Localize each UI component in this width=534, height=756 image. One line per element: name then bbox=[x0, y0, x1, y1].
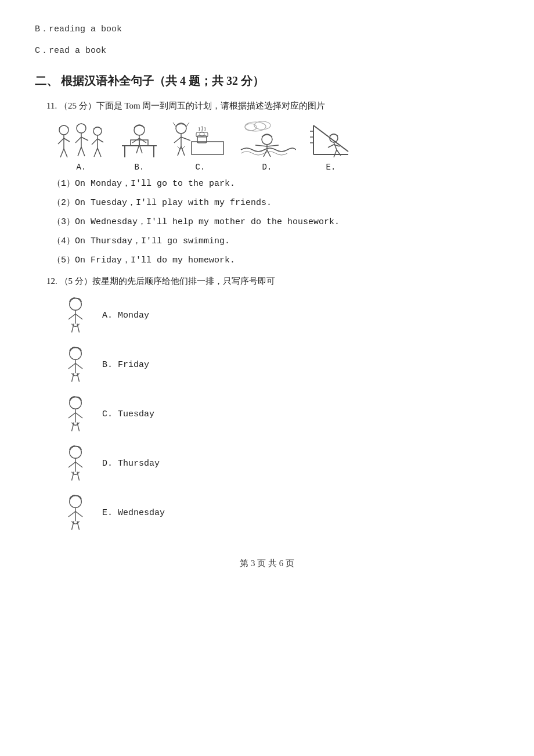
q12-item-d: D. Thursday bbox=[58, 442, 499, 485]
svg-point-74 bbox=[69, 397, 81, 409]
img-d-svg bbox=[238, 120, 296, 160]
svg-line-52 bbox=[313, 125, 348, 152]
q11-images-row: A. bbox=[46, 120, 499, 172]
person-b-svg bbox=[60, 345, 92, 386]
q12-label-c: C. Tuesday bbox=[102, 409, 154, 419]
svg-point-42 bbox=[254, 121, 270, 129]
svg-line-60 bbox=[334, 150, 337, 157]
img-d-label: D. bbox=[262, 163, 272, 172]
img-a-label: A. bbox=[77, 163, 86, 172]
svg-point-86 bbox=[69, 495, 81, 507]
svg-line-8 bbox=[75, 137, 81, 143]
svg-line-9 bbox=[81, 137, 88, 141]
q12-figure-a bbox=[58, 294, 93, 337]
svg-rect-29 bbox=[192, 142, 223, 154]
img-item-e: E. bbox=[302, 120, 360, 172]
person-d-svg bbox=[60, 444, 92, 484]
svg-line-35 bbox=[181, 137, 190, 141]
svg-line-57 bbox=[334, 142, 337, 150]
svg-line-26 bbox=[139, 138, 146, 143]
section2-title: 二、 根据汉语补全句子（共 4 题；共 32 分） bbox=[35, 73, 499, 89]
q11-sub1: （1）On Monday，I'll go to the park. bbox=[46, 178, 499, 189]
img-c-svg bbox=[168, 120, 232, 160]
q11-sub5: （5）On Friday，I'll do my homework. bbox=[46, 254, 499, 265]
img-e-label: E. bbox=[326, 163, 336, 172]
svg-line-77 bbox=[75, 412, 82, 417]
question-12: 12. （5 分）按星期的先后顺序给他们排一排，只写序号即可 bbox=[35, 276, 499, 535]
q11-sub2: （2）On Tuesday，I'll play with my friends. bbox=[46, 197, 499, 208]
svg-line-11 bbox=[81, 147, 85, 156]
img-c-label: C. bbox=[196, 163, 205, 172]
svg-line-46 bbox=[255, 145, 267, 146]
person-c-svg bbox=[60, 394, 92, 435]
img-b-label: B. bbox=[135, 163, 145, 172]
img-b-svg bbox=[116, 120, 163, 160]
img-item-b: B. bbox=[116, 120, 163, 172]
q12-items: A. Monday B. Friday bbox=[46, 294, 499, 535]
svg-line-34 bbox=[174, 137, 181, 143]
svg-line-17 bbox=[98, 148, 101, 157]
svg-line-70 bbox=[68, 363, 75, 368]
svg-point-80 bbox=[69, 446, 81, 458]
q11-sub4: （4）On Thursday，I'll go swimming. bbox=[46, 235, 499, 246]
q12-item-e: E. Wednesday bbox=[58, 491, 499, 535]
q12-figure-b bbox=[58, 343, 93, 387]
svg-line-47 bbox=[267, 145, 279, 146]
svg-line-3 bbox=[64, 138, 70, 142]
svg-point-12 bbox=[93, 127, 102, 135]
q12-header: 12. （5 分）按星期的先后顺序给他们排一排，只写序号即可 bbox=[46, 276, 499, 287]
q12-item-a: A. Monday bbox=[58, 294, 499, 337]
svg-line-83 bbox=[75, 462, 82, 467]
svg-line-25 bbox=[132, 138, 139, 143]
svg-line-49 bbox=[267, 150, 270, 157]
q12-item-c: C. Tuesday bbox=[58, 393, 499, 436]
option-b: B．reading a book bbox=[35, 23, 499, 34]
svg-line-10 bbox=[78, 147, 81, 156]
svg-line-71 bbox=[75, 363, 82, 368]
svg-line-88 bbox=[68, 511, 75, 516]
svg-line-39 bbox=[186, 123, 189, 127]
svg-line-16 bbox=[94, 148, 98, 157]
q12-label-b: B. Friday bbox=[102, 360, 149, 370]
svg-line-64 bbox=[68, 314, 75, 319]
q12-item-b: B. Friday bbox=[58, 343, 499, 387]
svg-line-58 bbox=[328, 145, 334, 147]
question-11: 11. （25 分）下面是 Tom 周一到周五的计划，请根据描述选择对应的图片 bbox=[35, 100, 499, 265]
q12-label-e: E. Wednesday bbox=[102, 508, 165, 518]
svg-line-65 bbox=[75, 314, 82, 319]
person-a-svg bbox=[60, 296, 92, 336]
img-item-d: D. bbox=[238, 120, 296, 172]
person-e-svg bbox=[60, 493, 92, 534]
svg-line-2 bbox=[58, 138, 64, 144]
svg-point-62 bbox=[69, 298, 81, 310]
svg-line-89 bbox=[75, 511, 82, 516]
svg-line-76 bbox=[68, 412, 75, 417]
img-item-a: A. bbox=[52, 120, 110, 172]
svg-line-4 bbox=[60, 149, 64, 157]
img-item-c: C. bbox=[168, 120, 232, 172]
option-c: C．read a book bbox=[35, 45, 499, 56]
img-a-svg bbox=[52, 120, 110, 160]
q12-label-a: A. Monday bbox=[102, 311, 149, 321]
svg-line-14 bbox=[92, 139, 98, 145]
svg-point-68 bbox=[69, 347, 81, 359]
img-e-svg bbox=[302, 120, 360, 160]
svg-line-82 bbox=[68, 462, 75, 467]
svg-line-36 bbox=[178, 146, 181, 156]
q12-figure-d bbox=[58, 442, 93, 485]
q11-sub3: （3）On Wednesday，I'll help my mother do t… bbox=[46, 216, 499, 227]
svg-line-38 bbox=[173, 123, 176, 127]
page-footer: 第 3 页 共 6 页 bbox=[35, 558, 499, 569]
q12-figure-e bbox=[58, 491, 93, 535]
section2-title-text: 二、 根据汉语补全句子（共 4 题；共 32 分） bbox=[35, 73, 264, 89]
q11-header: 11. （25 分）下面是 Tom 周一到周五的计划，请根据描述选择对应的图片 bbox=[46, 100, 499, 111]
svg-line-37 bbox=[181, 146, 185, 156]
svg-line-15 bbox=[98, 139, 103, 142]
svg-line-5 bbox=[64, 149, 67, 157]
q12-label-d: D. Thursday bbox=[102, 459, 160, 469]
q12-figure-c bbox=[58, 393, 93, 436]
